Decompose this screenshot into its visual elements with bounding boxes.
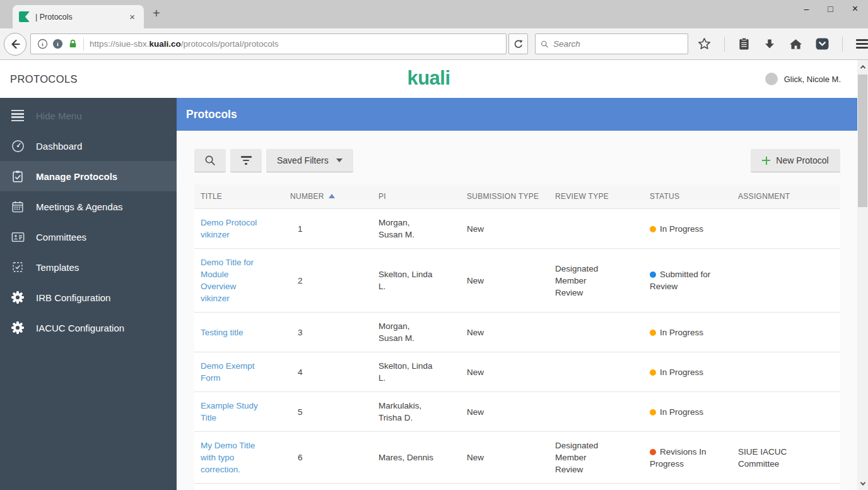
protocol-status: In Progress <box>643 326 732 338</box>
bookmark-star-icon[interactable] <box>698 37 711 51</box>
user-menu[interactable]: Glick, Nicole M. <box>765 73 841 85</box>
page: PROTOCOLS kuali Glick, Nicole M. Hide Me… <box>0 60 868 490</box>
protocol-status: Submitted for Review <box>643 268 732 292</box>
search-icon <box>541 40 549 49</box>
new-protocol-button[interactable]: New Protocol <box>751 149 840 172</box>
user-name: Glick, Nicole M. <box>784 75 841 84</box>
reading-list-icon[interactable] <box>738 37 750 51</box>
main-content: Protocols Saved Filters <box>177 98 858 490</box>
table-row[interactable]: Testing title 3 Morgan, Susan M. New In … <box>194 313 840 352</box>
window-maximize-button[interactable]: □ <box>828 2 833 16</box>
protocol-pi: Skelton, Linda L. <box>372 360 460 384</box>
protocol-pi: Morgan, Susan M. <box>372 320 460 344</box>
protocol-title-link[interactable]: Testing title <box>201 326 243 338</box>
protocol-review-type <box>549 366 643 378</box>
table-row[interactable]: Demo Title for Module Overview vikinzer … <box>194 249 840 313</box>
home-icon[interactable] <box>789 38 802 51</box>
protocols-table: TITLE NUMBER PI SUBMISSION TYPE REVIEW T… <box>194 184 840 490</box>
sidebar-item-irb-configuration[interactable]: IRB Configuration <box>0 282 177 313</box>
protocol-title-link[interactable]: Example Study Title <box>201 400 261 424</box>
sidebar-item-manage-protocols[interactable]: Manage Protocols <box>0 161 177 191</box>
column-header-title[interactable]: TITLE <box>194 192 284 201</box>
downloads-icon[interactable] <box>763 38 776 51</box>
protocol-number: 1 <box>284 223 372 235</box>
protocol-number: 2 <box>284 275 372 287</box>
page-info-icon[interactable] <box>37 39 48 49</box>
sidebar-item-templates[interactable]: Templates <box>0 252 177 282</box>
column-header-submission-type[interactable]: SUBMISSION TYPE <box>460 192 549 201</box>
protocol-number: 3 <box>284 326 372 338</box>
url-bar[interactable]: https://siue-sbx.kuali.co/protocols/port… <box>30 33 507 54</box>
status-dot <box>650 409 656 415</box>
browser-tab[interactable]: | Protocols × <box>13 5 144 28</box>
sidebar-item-dashboard[interactable]: Dashboard <box>0 131 177 161</box>
table-row[interactable]: Demo Exempt Form 4 Skelton, Linda L. New… <box>194 352 840 392</box>
protocol-review-type <box>549 223 643 235</box>
table-row[interactable]: My Demo Title with typo correction. 6 Ma… <box>194 432 840 484</box>
window-close-button[interactable]: × <box>852 2 858 16</box>
scrollbar-thumb[interactable] <box>858 75 867 207</box>
sidebar-item-committees[interactable]: Committees <box>0 222 177 252</box>
column-header-number[interactable]: NUMBER <box>284 192 372 201</box>
scroll-up-icon[interactable] <box>857 61 868 72</box>
protocol-submission-type: New <box>460 366 549 378</box>
avatar <box>765 73 778 85</box>
section-header: Protocols <box>177 98 858 131</box>
page-scrollbar[interactable] <box>857 60 868 490</box>
sidebar-item-meetings-agendas[interactable]: Meetings & Agendas <box>0 191 177 222</box>
protocol-pi: Markulakis, Trisha D. <box>372 400 460 424</box>
filter-icon <box>241 156 252 164</box>
sidebar-item-hide-menu[interactable]: Hide Menu <box>0 100 177 131</box>
clipboard-check-icon <box>10 169 25 184</box>
protocol-title-link[interactable]: Demo Exempt Form <box>201 360 261 384</box>
protocol-review-type <box>549 406 643 418</box>
page-title: Protocols <box>186 108 237 121</box>
new-tab-button[interactable]: + <box>149 6 164 21</box>
table-body: Demo Protocol vikinzer 1 Morgan, Susan M… <box>194 209 840 484</box>
table-row[interactable]: Demo Protocol vikinzer 1 Morgan, Susan M… <box>194 209 840 249</box>
kuali-logo: kuali <box>407 67 450 90</box>
browser-search-input[interactable] <box>553 39 683 49</box>
protocol-status: In Progress <box>643 223 732 235</box>
pocket-icon[interactable] <box>816 38 829 50</box>
protocol-review-type <box>549 326 643 338</box>
calendar-icon <box>10 200 25 214</box>
window-minimize-button[interactable]: – <box>804 2 809 16</box>
protocol-number: 6 <box>284 451 372 463</box>
reload-button[interactable] <box>508 33 528 54</box>
column-header-assignment[interactable]: ASSIGNMENT <box>732 192 840 201</box>
protocol-assignment <box>732 275 840 287</box>
table-row[interactable]: Example Study Title 5 Markulakis, Trisha… <box>194 392 840 432</box>
status-text: In Progress <box>660 407 703 417</box>
protocol-title-link[interactable]: Demo Title for Module Overview vikinzer <box>201 256 261 304</box>
protocol-pi: Skelton, Linda L. <box>372 268 460 292</box>
protocol-assignment <box>732 223 840 235</box>
browser-search-bar[interactable] <box>535 33 688 54</box>
back-button[interactable] <box>4 33 26 56</box>
gear-icon <box>10 320 25 335</box>
search-icon <box>204 155 216 166</box>
protocol-submission-type: New <box>460 326 549 338</box>
protocol-title-link[interactable]: Demo Protocol vikinzer <box>201 217 261 241</box>
permissions-icon[interactable] <box>52 39 63 49</box>
table-filter-button[interactable] <box>230 149 262 172</box>
column-header-status[interactable]: STATUS <box>643 192 732 201</box>
status-dot <box>650 449 656 455</box>
protocol-assignment <box>732 406 840 418</box>
sidebar-item-iacuc-configuration[interactable]: IACUC Configuration <box>0 313 177 343</box>
protocol-title-link[interactable]: My Demo Title with typo correction. <box>201 439 261 475</box>
menu-hamburger-icon[interactable] <box>856 39 868 49</box>
table-search-button[interactable] <box>194 149 226 172</box>
column-header-review-type[interactable]: REVIEW TYPE <box>549 192 643 201</box>
tab-close-icon[interactable]: × <box>127 11 138 22</box>
status-text: In Progress <box>660 368 703 377</box>
column-header-pi[interactable]: PI <box>372 192 460 201</box>
page-header: PROTOCOLS kuali Glick, Nicole M. <box>0 60 857 98</box>
status-text: In Progress <box>660 328 703 337</box>
protocol-status: In Progress <box>643 366 732 378</box>
protocol-submission-type: New <box>460 223 549 235</box>
saved-filters-dropdown[interactable]: Saved Filters <box>266 149 353 172</box>
url-text: https://siue-sbx.kuali.co/protocols/port… <box>90 39 278 49</box>
scroll-down-icon[interactable] <box>857 478 868 489</box>
table-header-row: TITLE NUMBER PI SUBMISSION TYPE REVIEW T… <box>194 184 840 209</box>
